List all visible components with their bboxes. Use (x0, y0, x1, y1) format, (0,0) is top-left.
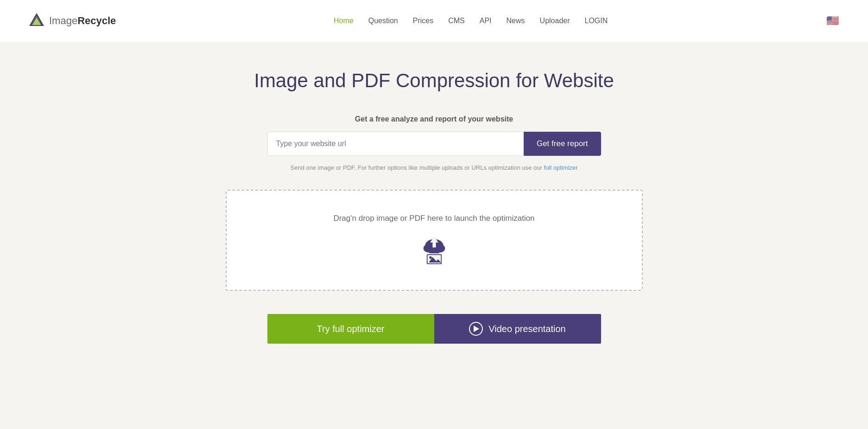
logo: ImageRecycle (28, 11, 116, 31)
nav-news[interactable]: News (507, 17, 525, 25)
language-flag[interactable]: 🇺🇸 (825, 13, 840, 28)
play-triangle (474, 326, 479, 332)
try-optimizer-button[interactable]: Try full optimizer (267, 314, 434, 344)
video-presentation-button[interactable]: Video presentation (434, 314, 601, 344)
logo-icon (28, 11, 45, 29)
dropzone[interactable]: Drag'n drop image or PDF here to launch … (226, 190, 643, 291)
hero-subtitle: Get a free analyze and report of your we… (355, 115, 513, 123)
main-content: Image and PDF Compression for Website Ge… (0, 42, 868, 429)
cta-buttons: Try full optimizer Video presentation (267, 314, 601, 344)
full-optimizer-link[interactable]: full optimizer (544, 164, 578, 171)
url-input[interactable] (267, 132, 524, 156)
main-nav: Home Question Prices CMS API News Upload… (334, 17, 608, 25)
nav-question[interactable]: Question (368, 17, 398, 25)
get-report-button[interactable]: Get free report (524, 132, 601, 156)
svg-point-12 (429, 256, 431, 259)
url-form: Get free report (267, 132, 601, 156)
nav-login[interactable]: LOGIN (585, 17, 608, 25)
nav-home[interactable]: Home (334, 17, 354, 25)
drop-text: Drag'n drop image or PDF here to launch … (333, 214, 534, 223)
nav-prices[interactable]: Prices (413, 17, 433, 25)
svg-rect-6 (429, 248, 439, 253)
play-icon (469, 322, 483, 336)
nav-api[interactable]: API (480, 17, 492, 25)
header: ImageRecycle Home Question Prices CMS AP… (0, 0, 868, 42)
hero-title: Image and PDF Compression for Website (254, 70, 614, 92)
upload-icon (418, 233, 451, 267)
helper-text: Send one image or PDF. For further optio… (291, 164, 578, 171)
logo-text: ImageRecycle (49, 15, 116, 27)
nav-cms[interactable]: CMS (448, 17, 465, 25)
nav-uploader[interactable]: Uploader (540, 17, 570, 25)
